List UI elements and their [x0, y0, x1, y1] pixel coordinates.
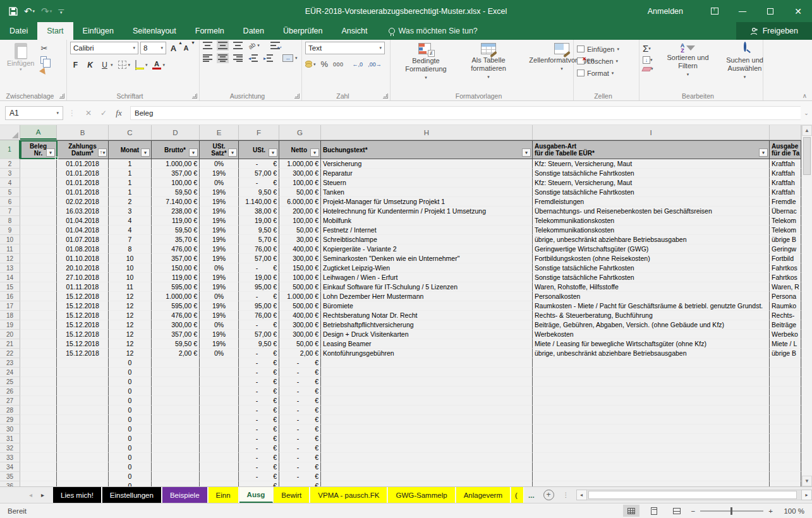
- cell[interactable]: [20, 188, 57, 197]
- grow-font-button[interactable]: A▲: [168, 42, 179, 54]
- cell[interactable]: 15.12.2018: [57, 339, 109, 349]
- cell[interactable]: 15.12.2018: [57, 349, 109, 358]
- row-header-1[interactable]: 1: [0, 140, 20, 159]
- cell[interactable]: -€: [279, 387, 321, 396]
- find-select-button[interactable]: Suchen und Auswählen▾: [718, 42, 772, 90]
- sort-filter-button[interactable]: AZ Sortieren und Filtern▾: [658, 42, 718, 90]
- column-header-I[interactable]: I: [533, 125, 770, 140]
- cell[interactable]: übrige B: [770, 235, 801, 244]
- horizontal-scroll-thumb[interactable]: [588, 491, 797, 499]
- cell[interactable]: -€: [279, 472, 321, 481]
- row-header-11[interactable]: 11: [0, 244, 20, 254]
- cell[interactable]: [20, 159, 57, 169]
- new-sheet-button[interactable]: +: [543, 490, 554, 500]
- cell[interactable]: -€: [239, 320, 279, 330]
- cell[interactable]: 19,00 €: [239, 273, 279, 282]
- cell[interactable]: [57, 462, 109, 472]
- ribbon-tab-datei[interactable]: Datei: [0, 22, 37, 40]
- cell[interactable]: 119,00 €: [152, 216, 200, 226]
- table-header-cell[interactable]: Netto▾: [279, 140, 321, 159]
- cell[interactable]: 12: [109, 301, 152, 311]
- cell[interactable]: Design + Druck Visitenkarten: [321, 330, 533, 339]
- cell[interactable]: 0: [109, 387, 152, 396]
- cell[interactable]: 12: [109, 330, 152, 339]
- filter-dropdown-icon[interactable]: ▾: [269, 148, 277, 157]
- cell[interactable]: [770, 377, 801, 387]
- number-format-select[interactable]: Text▾: [305, 42, 385, 54]
- copy-button[interactable]: ▾: [39, 55, 52, 65]
- cell[interactable]: [770, 396, 801, 406]
- cell[interactable]: Festnetz / Internet: [321, 226, 533, 235]
- cell[interactable]: -€: [239, 178, 279, 188]
- zoom-level[interactable]: 100 %: [779, 507, 804, 515]
- font-dialog-launcher[interactable]: [192, 93, 197, 99]
- cell[interactable]: [200, 462, 239, 472]
- increase-indent-button[interactable]: ▸: [264, 54, 273, 62]
- sheet-nav-left-icon[interactable]: ◂: [29, 491, 32, 498]
- cell[interactable]: Seminarkosten "Denken wie ein Unternehme…: [321, 254, 533, 263]
- cell[interactable]: Fremdleistungen: [533, 197, 770, 207]
- cell[interactable]: 2,00 €: [152, 349, 200, 358]
- cell[interactable]: [20, 254, 57, 263]
- filter-dropdown-icon[interactable]: ▾: [46, 148, 55, 157]
- cell[interactable]: 16.03.2018: [57, 207, 109, 216]
- cell[interactable]: [152, 377, 200, 387]
- align-left-button[interactable]: [203, 54, 212, 62]
- row-header-22[interactable]: 22: [0, 349, 20, 358]
- cell[interactable]: [770, 443, 801, 453]
- filter-sorted-icon[interactable]: ↑▾: [98, 148, 107, 157]
- cell[interactable]: [321, 387, 533, 396]
- cell[interactable]: 100,00 €: [279, 273, 321, 282]
- table-header-cell[interactable]: Buchungstext*▾: [321, 140, 533, 159]
- cell[interactable]: Beiträge: [770, 320, 801, 330]
- cell[interactable]: -€: [239, 434, 279, 443]
- cell[interactable]: [321, 377, 533, 387]
- cell[interactable]: 100,00 €: [279, 216, 321, 226]
- zoom-slider-thumb[interactable]: [730, 507, 732, 515]
- cell[interactable]: Zugticket Leipzig-Wien: [321, 263, 533, 273]
- column-header-D[interactable]: D: [152, 125, 200, 140]
- cell[interactable]: [57, 406, 109, 415]
- cell[interactable]: 19%: [200, 282, 239, 292]
- row-header-9[interactable]: 9: [0, 226, 20, 235]
- row-header-33[interactable]: 33: [0, 453, 20, 462]
- cell[interactable]: [20, 377, 57, 387]
- cell[interactable]: [152, 387, 200, 396]
- row-header-17[interactable]: 17: [0, 301, 20, 311]
- cell[interactable]: Geringw: [770, 244, 801, 254]
- scroll-left-icon[interactable]: ◂: [576, 490, 587, 500]
- paste-button[interactable]: Einfügen ▾: [3, 42, 38, 90]
- cell[interactable]: 11: [109, 282, 152, 292]
- cell[interactable]: Fortbild: [770, 254, 801, 263]
- row-header-12[interactable]: 12: [0, 254, 20, 263]
- ribbon-tab-formeln[interactable]: Formeln: [186, 22, 234, 40]
- scroll-right-icon[interactable]: ▸: [801, 490, 812, 500]
- cell[interactable]: -€: [279, 396, 321, 406]
- cell[interactable]: [200, 434, 239, 443]
- cell[interactable]: Rechts- & Steuerberatung, Buchführung: [533, 311, 770, 320]
- cell[interactable]: 0: [109, 396, 152, 406]
- ribbon-tab-überprüfen[interactable]: Überprüfen: [274, 22, 332, 40]
- cell[interactable]: [533, 481, 770, 486]
- cell[interactable]: 19%: [200, 273, 239, 282]
- cell[interactable]: 76,00 €: [239, 311, 279, 320]
- cell[interactable]: [57, 368, 109, 377]
- cell[interactable]: [20, 282, 57, 292]
- cell[interactable]: [770, 425, 801, 434]
- cell[interactable]: [533, 434, 770, 443]
- cell[interactable]: -€: [279, 434, 321, 443]
- scroll-down-icon[interactable]: ▼: [802, 476, 812, 486]
- cell[interactable]: [200, 443, 239, 453]
- maximize-button[interactable]: [756, 0, 784, 22]
- sheet-tab--[interactable]: (: [511, 487, 524, 503]
- cell[interactable]: 0: [109, 425, 152, 434]
- table-header-cell[interactable]: ZahlungsDatum*↑▾: [57, 140, 109, 159]
- align-center-button[interactable]: [218, 54, 227, 62]
- cell[interactable]: [200, 425, 239, 434]
- cell[interactable]: Kontoführungsgebühren: [321, 349, 533, 358]
- scroll-up-icon[interactable]: ▲: [802, 125, 812, 136]
- row-header-13[interactable]: 13: [0, 263, 20, 273]
- cell[interactable]: [20, 443, 57, 453]
- cell[interactable]: 19%: [200, 235, 239, 244]
- cell[interactable]: -€: [239, 396, 279, 406]
